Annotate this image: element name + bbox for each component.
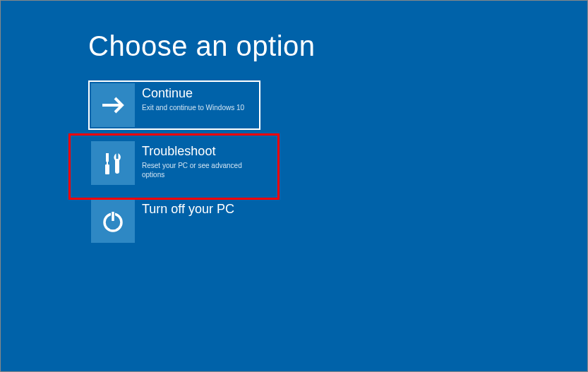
troubleshoot-option[interactable]: Troubleshoot Reset your PC or see advanc…	[88, 138, 260, 188]
option-desc: Reset your PC or see advanced options	[142, 161, 258, 179]
options-list: Continue Exit and continue to Windows 10…	[88, 80, 587, 246]
option-desc: Exit and continue to Windows 10	[142, 103, 244, 112]
power-icon	[91, 199, 135, 243]
continue-option[interactable]: Continue Exit and continue to Windows 10	[88, 80, 260, 130]
svg-rect-3	[116, 153, 119, 159]
svg-rect-1	[107, 162, 108, 164]
tools-icon	[91, 141, 135, 185]
turn-off-option[interactable]: Turn off your PC	[88, 196, 260, 246]
option-label: Troubleshoot	[142, 144, 258, 160]
svg-rect-0	[106, 153, 109, 162]
arrow-right-icon	[91, 83, 135, 127]
option-label: Continue	[142, 86, 244, 102]
option-label: Turn off your PC	[142, 202, 234, 217]
svg-rect-2	[105, 164, 109, 174]
page-title: Choose an option	[88, 30, 587, 62]
